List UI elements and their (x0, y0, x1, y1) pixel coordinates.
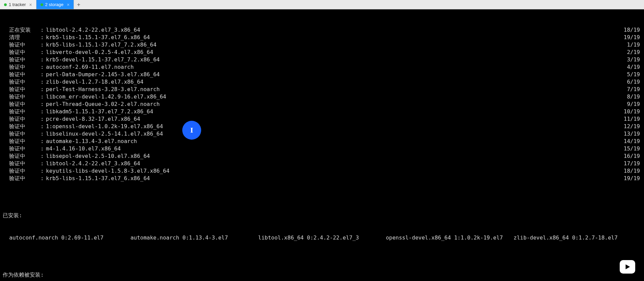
progress-label: 验证中 (3, 160, 41, 167)
progress-count: 19/19 (620, 34, 641, 41)
progress-count: 15/19 (620, 145, 641, 152)
progress-package: krb5-libs-1.15.1-37.el7_6.x86_64 (46, 175, 620, 182)
progress-package: pcre-devel-8.32-17.el7.x86_64 (46, 115, 620, 123)
progress-line: 验证中: krb5-devel-1.15.1-37.el7_7.2.x86_64… (3, 56, 641, 63)
progress-count: 19/19 (620, 175, 641, 182)
progress-label: 验证中 (3, 138, 41, 145)
progress-package: m4-1.4.16-10.el7.x86_64 (46, 145, 620, 152)
progress-count: 14/19 (620, 138, 641, 145)
tab-tracker[interactable]: 1 tracker × (0, 0, 36, 9)
close-icon[interactable]: × (67, 2, 70, 7)
progress-count: 13/19 (620, 130, 641, 138)
close-icon[interactable]: × (29, 2, 32, 7)
status-dot-icon (41, 3, 43, 6)
progress-package: krb5-libs-1.15.1-37.el7_7.2.x86_64 (46, 41, 620, 49)
progress-label: 验证中 (3, 41, 41, 49)
progress-line: 验证中: pcre-devel-8.32-17.el7.x86_6411/19 (3, 115, 641, 123)
progress-package: perl-Thread-Queue-3.02-2.el7.noarch (46, 101, 620, 108)
progress-count: 17/19 (620, 160, 641, 167)
progress-label: 验证中 (3, 86, 41, 93)
progress-count: 16/19 (620, 152, 641, 160)
progress-count: 10/19 (620, 108, 641, 115)
progress-count: 2/19 (620, 49, 641, 56)
progress-package: libkadm5-1.15.1-37.el7_7.2.x86_64 (46, 108, 620, 115)
progress-line: 验证中: libselinux-devel-2.5-14.1.el7.x86_6… (3, 130, 641, 138)
progress-line: 验证中: libkadm5-1.15.1-37.el7_7.2.x86_6410… (3, 108, 641, 115)
progress-count: 18/19 (620, 26, 641, 34)
section-dep-installed-title: 作为依赖被安装: (3, 271, 641, 279)
progress-package: libsepol-devel-2.5-10.el7.x86_64 (46, 152, 620, 160)
progress-line: 验证中: libtool-2.4.2-22.el7_3.x86_6417/19 (3, 160, 641, 167)
progress-count: 5/19 (620, 71, 641, 78)
section-installed-title: 已安装: (3, 212, 641, 219)
new-tab-button[interactable]: + (74, 0, 83, 9)
progress-label: 正在安装 (3, 26, 41, 34)
progress-count: 6/19 (620, 78, 641, 86)
progress-line: 验证中: autoconf-2.69-11.el7.noarch4/19 (3, 63, 641, 71)
section-installed-items: autoconf.noarch 0:2.69-11.el7automake.no… (3, 234, 641, 242)
progress-label: 验证中 (3, 167, 41, 175)
progress-count: 12/19 (620, 123, 641, 130)
progress-line: 验证中: perl-Thread-Queue-3.02-2.el7.noarch… (3, 101, 641, 108)
video-play-icon[interactable] (620, 260, 635, 274)
progress-count: 7/19 (620, 86, 641, 93)
progress-line: 验证中: zlib-devel-1.2.7-18.el7.x86_646/19 (3, 78, 641, 86)
progress-package: 1:openssl-devel-1.0.2k-19.el7.x86_64 (46, 123, 620, 130)
progress-count: 18/19 (620, 167, 641, 175)
progress-line: 验证中: 1:openssl-devel-1.0.2k-19.el7.x86_6… (3, 123, 641, 130)
progress-line: 验证中: keyutils-libs-devel-1.5.8-3.el7.x86… (3, 167, 641, 175)
package-entry: zlib-devel.x86_64 0:1.2.7-18.el7 (514, 234, 641, 242)
progress-line: 正在安装: libtool-2.4.2-22.el7_3.x86_6418/19 (3, 26, 641, 34)
tab-label: 2 storage (45, 2, 63, 7)
progress-line: 验证中: perl-Test-Harness-3.28-3.el7.noarch… (3, 86, 641, 93)
progress-label: 验证中 (3, 71, 41, 78)
package-entry: libtool.x86_64 0:2.4.2-22.el7_3 (258, 234, 386, 242)
progress-line: 验证中: libverto-devel-0.2.5-4.el7.x86_642/… (3, 49, 641, 56)
progress-package: libtool-2.4.2-22.el7_3.x86_64 (46, 26, 620, 34)
progress-label: 验证中 (3, 175, 41, 182)
status-dot-icon (4, 3, 7, 6)
package-entry: automake.noarch 0:1.13.4-3.el7 (130, 234, 258, 242)
progress-label: 验证中 (3, 93, 41, 101)
progress-count: 4/19 (620, 63, 641, 71)
tab-bar: 1 tracker × 2 storage × + (0, 0, 644, 9)
package-entry: autoconf.noarch 0:2.69-11.el7 (3, 234, 130, 242)
progress-count: 8/19 (620, 93, 641, 101)
progress-count: 11/19 (620, 115, 641, 123)
progress-line: 验证中: libcom_err-devel-1.42.9-16.el7.x86_… (3, 93, 641, 101)
progress-package: libselinux-devel-2.5-14.1.el7.x86_64 (46, 130, 620, 138)
progress-label: 验证中 (3, 130, 41, 138)
progress-package: perl-Data-Dumper-2.145-3.el7.x86_64 (46, 71, 620, 78)
progress-line: 验证中: krb5-libs-1.15.1-37.el7_6.x86_6419/… (3, 175, 641, 182)
progress-label: 验证中 (3, 78, 41, 86)
progress-package: libcom_err-devel-1.42.9-16.el7.x86_64 (46, 93, 620, 101)
progress-line: 清理: krb5-libs-1.15.1-37.el7_6.x86_6419/1… (3, 34, 641, 41)
progress-line: 验证中: automake-1.13.4-3.el7.noarch14/19 (3, 138, 641, 145)
progress-package: automake-1.13.4-3.el7.noarch (46, 138, 620, 145)
progress-package: krb5-devel-1.15.1-37.el7_7.2.x86_64 (46, 56, 620, 63)
progress-label: 清理 (3, 34, 41, 41)
progress-label: 验证中 (3, 101, 41, 108)
package-entry: openssl-devel.x86_64 1:1.0.2k-19.el7 (386, 234, 513, 242)
progress-label: 验证中 (3, 63, 41, 71)
progress-count: 3/19 (620, 56, 641, 63)
tab-storage[interactable]: 2 storage × (36, 0, 74, 9)
progress-label: 验证中 (3, 49, 41, 56)
progress-package: perl-Test-Harness-3.28-3.el7.noarch (46, 86, 620, 93)
progress-label: 验证中 (3, 152, 41, 160)
progress-count: 9/19 (620, 101, 641, 108)
progress-line: 验证中: perl-Data-Dumper-2.145-3.el7.x86_64… (3, 71, 641, 78)
progress-line: 验证中: m4-1.4.16-10.el7.x86_6415/19 (3, 145, 641, 152)
progress-package: libverto-devel-0.2.5-4.el7.x86_64 (46, 49, 620, 56)
progress-label: 验证中 (3, 56, 41, 63)
progress-label: 验证中 (3, 108, 41, 115)
progress-count: 1/19 (620, 41, 641, 49)
progress-label: 验证中 (3, 123, 41, 130)
terminal-content[interactable]: 正在安装: libtool-2.4.2-22.el7_3.x86_6418/19… (0, 9, 644, 281)
progress-package: zlib-devel-1.2.7-18.el7.x86_64 (46, 78, 620, 86)
progress-package: libtool-2.4.2-22.el7_3.x86_64 (46, 160, 620, 167)
tab-label: 1 tracker (9, 2, 26, 7)
progress-line: 验证中: krb5-libs-1.15.1-37.el7_7.2.x86_641… (3, 41, 641, 49)
progress-label: 验证中 (3, 115, 41, 123)
progress-line: 验证中: libsepol-devel-2.5-10.el7.x86_6416/… (3, 152, 641, 160)
